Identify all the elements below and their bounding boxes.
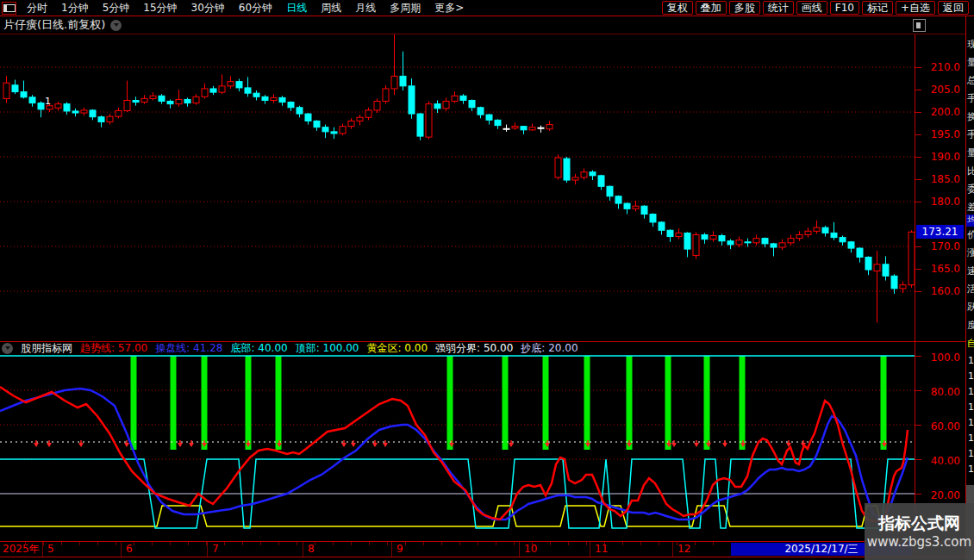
signal-bar [704, 356, 710, 450]
date-minor-tick [25, 542, 26, 545]
date-minor-tick [695, 542, 696, 545]
date-minor-tick [568, 542, 569, 545]
candle [891, 274, 897, 294]
date-minor-tick [514, 542, 515, 545]
period-menu-item-30分钟[interactable]: 30分钟 [184, 0, 232, 16]
period-menu-item-月线[interactable]: 月线 [348, 0, 383, 16]
toolbar: 分时1分钟5分钟15分钟30分钟60分钟日线周线月线多周期更多> 复权叠加多股统… [0, 0, 974, 16]
date-minor-tick [43, 542, 44, 545]
buy-arrow-marker [78, 440, 84, 447]
clipped-number-fragment: 1 [968, 356, 974, 366]
title-row: 片仔癀(日线.前复权) [0, 16, 965, 34]
candle [521, 126, 527, 134]
period-menu-item-分时[interactable]: 分时 [20, 0, 54, 16]
period-menu-item-更多>[interactable]: 更多> [428, 0, 471, 16]
month-divider [391, 542, 392, 557]
signal-bar [584, 356, 590, 450]
period-menu-item-周线[interactable]: 周线 [314, 0, 348, 16]
candle [865, 256, 871, 275]
date-minor-tick [116, 542, 116, 545]
date-minor-tick [79, 542, 80, 545]
candle [391, 34, 397, 95]
date-minor-tick [369, 542, 370, 545]
chevron-down-icon[interactable] [110, 20, 122, 31]
candle [297, 106, 303, 118]
clipped-text-fragment: 比 [967, 166, 974, 177]
watermark: 指标公式网 www.zbgs3.com [865, 503, 974, 560]
buy-arrow-marker [341, 440, 347, 447]
indicator-param-趋势线: 趋势线: 57.00 [80, 342, 147, 355]
period-menu-item-60分钟[interactable]: 60分钟 [232, 0, 279, 16]
toolbar-button-统计[interactable]: 统计 [763, 1, 794, 15]
candle [314, 120, 320, 130]
candle [38, 102, 44, 118]
date-minor-tick [441, 542, 442, 545]
period-menu-item-多周期[interactable]: 多周期 [383, 0, 428, 16]
candle [822, 226, 828, 236]
period-menu-item-15分钟[interactable]: 15分钟 [136, 0, 184, 16]
candle [831, 222, 837, 240]
candle [124, 81, 130, 112]
price-label: 195.0 [915, 128, 960, 140]
signal-bar [881, 356, 887, 450]
candlestick-chart[interactable]: 1 [0, 34, 915, 341]
date-minor-tick [659, 542, 659, 545]
clipped-text-fragment: 手 [967, 130, 974, 140]
period-menu-item-日线[interactable]: 日线 [279, 0, 314, 16]
candle [340, 124, 346, 136]
indicator-chart[interactable] [0, 355, 915, 541]
candle [753, 234, 759, 245]
period-menu-item-5分钟[interactable]: 5分钟 [96, 0, 137, 16]
candle [64, 103, 70, 115]
toolbar-button-画线[interactable]: 画线 [796, 1, 827, 15]
month-label-7: 7 [212, 543, 219, 556]
toolbar-button-复权[interactable]: 复权 [662, 1, 693, 15]
date-minor-tick [170, 542, 171, 545]
toolbar-button-F10[interactable]: F10 [830, 1, 859, 15]
date-minor-tick [61, 542, 62, 545]
indicator-param-抄底: 抄底: 20.00 [521, 342, 578, 355]
indicator-label: 40.00 [915, 455, 960, 467]
candle [779, 240, 785, 250]
clipped-text-fragment: 总 [967, 76, 974, 86]
candle [253, 90, 259, 100]
candle [72, 109, 78, 116]
candle [150, 92, 156, 100]
candle [874, 251, 880, 322]
toolbar-button-标记[interactable]: 标记 [862, 1, 893, 15]
indicator-param-强弱分界: 强弱分界: 50.00 [435, 342, 513, 355]
toolbar-button-+自选[interactable]: +自选 [896, 1, 935, 15]
clipped-number-fragment: 1 [968, 418, 974, 428]
date-minor-tick [387, 542, 388, 545]
toolbar-buttons: 复权叠加多股统计画线F10标记+自选返回 [662, 1, 974, 15]
clipped-text-fragment: 涨 [967, 248, 974, 258]
panel-icon[interactable] [913, 19, 926, 32]
candle [572, 174, 578, 184]
year-label: 2025年 [3, 543, 40, 556]
month-divider [672, 542, 673, 557]
toolbar-button-叠加[interactable]: 叠加 [696, 1, 727, 15]
indicator-label: 20.00 [915, 489, 960, 501]
signal-bar [171, 356, 177, 450]
date-minor-tick [351, 542, 352, 545]
candle [202, 84, 208, 99]
candle [546, 121, 553, 130]
price-label: 185.0 [915, 173, 960, 185]
indicator-name: 股朋指标网 [21, 342, 72, 355]
candle [650, 214, 656, 227]
buy-arrow-marker [124, 440, 129, 447]
signal-bar [276, 356, 282, 450]
price-label: 165.0 [915, 263, 960, 275]
indicator-param-黄金区: 黄金区: 0.00 [367, 342, 428, 355]
toolbar-button-返回[interactable]: 返回 [938, 1, 969, 15]
date-axis[interactable]: 2025年567891011122025/12/17/三 [0, 541, 965, 557]
toolbar-button-多股[interactable]: 多股 [729, 1, 760, 15]
window-layout-icon[interactable] [2, 2, 16, 15]
buy-arrow-marker [47, 440, 52, 447]
candle [908, 230, 915, 288]
date-minor-tick [496, 542, 496, 545]
candle [3, 76, 9, 103]
chevron-down-circle-icon[interactable] [2, 343, 13, 354]
candle [167, 99, 173, 108]
period-menu-item-1分钟[interactable]: 1分钟 [54, 0, 96, 16]
